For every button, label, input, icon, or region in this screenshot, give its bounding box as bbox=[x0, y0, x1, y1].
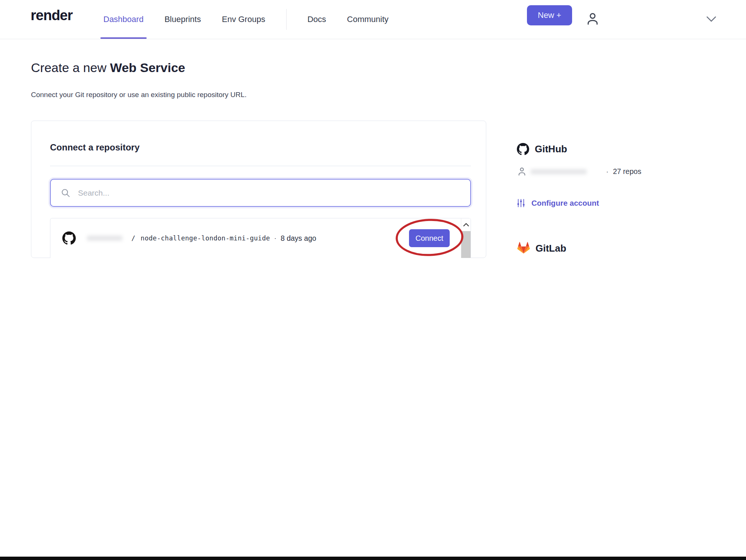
github-icon bbox=[517, 143, 529, 155]
nav-env-groups[interactable]: Env Groups bbox=[222, 0, 265, 39]
repos-dot-separator: · bbox=[606, 167, 609, 175]
main-nav: Dashboard Blueprints Env Groups Docs Com… bbox=[103, 0, 388, 39]
repo-last-updated: 8 days ago bbox=[281, 234, 316, 243]
connect-repository-card: Connect a repository /node-challenge-lon… bbox=[31, 121, 486, 258]
github-title: GitHub bbox=[535, 143, 567, 155]
chevron-up-icon bbox=[463, 223, 469, 227]
repo-name: /node-challenge-london-mini-guide bbox=[131, 234, 270, 242]
repo-row: /node-challenge-london-mini-guide · 8 da… bbox=[50, 218, 471, 258]
repos-count: ·27 repos bbox=[606, 167, 641, 176]
repo-list-scrollbar[interactable] bbox=[461, 218, 471, 258]
nav-divider bbox=[286, 9, 287, 30]
nav-dashboard[interactable]: Dashboard bbox=[103, 0, 144, 39]
repo-separator: / bbox=[131, 234, 135, 242]
repo-dot-separator: · bbox=[274, 234, 277, 242]
top-nav-bar: render Dashboard Blueprints Env Groups D… bbox=[0, 0, 746, 39]
redacted-account-name bbox=[531, 169, 587, 174]
nav-community[interactable]: Community bbox=[347, 0, 388, 39]
scroll-up-button[interactable] bbox=[461, 218, 471, 231]
gitlab-icon bbox=[517, 242, 530, 255]
nav-docs[interactable]: Docs bbox=[308, 0, 326, 39]
repo-name-text: node-challenge-london-mini-guide bbox=[141, 234, 270, 242]
render-logo: render bbox=[31, 7, 72, 24]
scrollbar-thumb[interactable] bbox=[461, 231, 471, 258]
page-title-regular: Create a new bbox=[31, 60, 110, 75]
configure-account-link[interactable]: Configure account bbox=[517, 198, 599, 208]
github-account-row: ·27 repos bbox=[517, 167, 641, 177]
sliders-icon bbox=[517, 198, 525, 208]
repo-search-box bbox=[50, 179, 471, 207]
card-divider bbox=[50, 166, 471, 166]
person-icon bbox=[517, 167, 527, 177]
bottom-edge-bar bbox=[0, 557, 746, 560]
user-avatar-icon[interactable] bbox=[584, 9, 601, 30]
nav-blueprints[interactable]: Blueprints bbox=[165, 0, 201, 39]
connect-button[interactable]: Connect bbox=[409, 229, 450, 247]
repo-list: /node-challenge-london-mini-guide · 8 da… bbox=[50, 218, 471, 258]
repos-count-text: 27 repos bbox=[613, 167, 642, 175]
github-icon bbox=[62, 231, 76, 245]
github-section-header: GitHub bbox=[517, 143, 567, 155]
gitlab-title: GitLab bbox=[536, 243, 566, 254]
new-button[interactable]: New + bbox=[527, 5, 572, 25]
card-heading: Connect a repository bbox=[50, 142, 140, 153]
search-input[interactable] bbox=[78, 182, 470, 204]
page-subtitle: Connect your Git repository or use an ex… bbox=[31, 91, 247, 99]
chevron-down-icon[interactable] bbox=[706, 16, 717, 24]
page-title-bold: Web Service bbox=[110, 60, 185, 75]
configure-account-label: Configure account bbox=[531, 199, 599, 208]
gitlab-section-header: GitLab bbox=[517, 242, 566, 255]
search-icon bbox=[60, 188, 71, 198]
page-title: Create a new Web Service bbox=[31, 60, 185, 75]
redacted-repo-owner bbox=[87, 236, 122, 241]
